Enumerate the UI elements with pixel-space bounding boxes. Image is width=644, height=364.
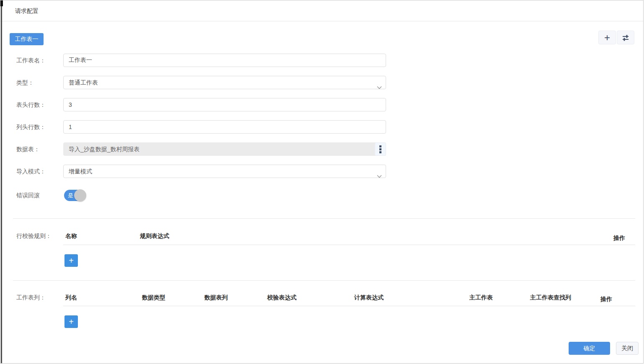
sheet-cols-col-name: 列名: [65, 291, 77, 304]
add-row-rule-button[interactable]: +: [64, 254, 78, 267]
import-mode-select[interactable]: 增量模式: [63, 165, 386, 178]
toggle-knob: [74, 189, 86, 201]
col-header-rows-input[interactable]: [63, 120, 386, 134]
add-worksheet-button[interactable]: +: [598, 31, 616, 44]
sheet-cols-data-type: 数据类型: [142, 291, 165, 304]
label-import-mode: 导入模式：: [16, 165, 46, 178]
data-table-value: 导入_沙盘数据_数村周报表: [69, 146, 140, 152]
data-table-field: 导入_沙盘数据_数村周报表: [63, 142, 386, 156]
sheet-cols-actions: 操作: [600, 293, 612, 305]
header-rows-input[interactable]: [63, 98, 386, 111]
row-rules-col-actions: 操作: [613, 232, 625, 244]
window-edge-cap: [0, 0, 3, 6]
add-sheet-column-button[interactable]: +: [64, 315, 78, 328]
confirm-button[interactable]: 确定: [569, 342, 610, 355]
sheet-name-input[interactable]: [63, 54, 386, 67]
label-header-rows: 表头行数：: [16, 98, 46, 111]
label-sheet-columns: 工作表列：: [16, 291, 46, 304]
window-edge-line: [1, 0, 2, 363]
type-select[interactable]: 普通工作表: [63, 76, 386, 89]
request-config-dialog: 请求配置 工作表一 + 工作表名： 类型： 普通工作表 表头行数： 列头行数： …: [0, 0, 644, 364]
section-divider: [13, 218, 635, 219]
row-rules-header-line: [63, 245, 635, 245]
label-sheet-name: 工作表名：: [16, 54, 46, 67]
adjust-worksheets-button[interactable]: [617, 31, 634, 44]
sheet-cols-validate-expr: 校验表达式: [267, 291, 296, 304]
sheet-cols-data-table-col: 数据表列: [204, 291, 228, 304]
dialog-title: 请求配置: [15, 0, 39, 21]
row-rules-col-name: 名称: [65, 230, 77, 242]
chevron-down-icon: [377, 170, 382, 182]
dialog-titlebar: 请求配置: [0, 0, 643, 21]
sheet-cols-main-sheet: 主工作表: [469, 291, 493, 304]
sheet-cols-calc-expr: 计算表达式: [354, 291, 384, 304]
label-error-rollback: 错误回滚: [16, 190, 40, 201]
plus-icon: +: [69, 256, 74, 265]
data-table-picker-button[interactable]: [375, 142, 386, 156]
sheet-cols-main-sheet-lookup: 主工作表查找列: [530, 291, 571, 304]
label-type: 类型：: [16, 76, 34, 89]
type-select-value: 普通工作表: [69, 79, 98, 86]
plus-icon: +: [69, 317, 74, 326]
row-rules-col-expression: 规则表达式: [140, 230, 169, 242]
close-button[interactable]: 关闭: [616, 342, 639, 355]
error-rollback-toggle[interactable]: 是: [64, 190, 84, 201]
label-data-table: 数据表：: [16, 142, 40, 156]
vertical-dots-icon: [379, 145, 381, 153]
label-col-header-rows: 列头行数：: [16, 120, 46, 134]
chevron-down-icon: [377, 81, 382, 93]
plus-icon: +: [604, 33, 610, 43]
import-mode-value: 增量模式: [69, 168, 92, 175]
tab-worksheet-1[interactable]: 工作表一: [10, 33, 44, 45]
label-row-rules: 行校验规则：: [16, 230, 52, 242]
section-divider: [13, 280, 635, 281]
sheet-cols-header-line: [63, 306, 635, 306]
tune-sliders-icon: [621, 34, 630, 42]
toggle-on-text: 是: [68, 190, 73, 201]
